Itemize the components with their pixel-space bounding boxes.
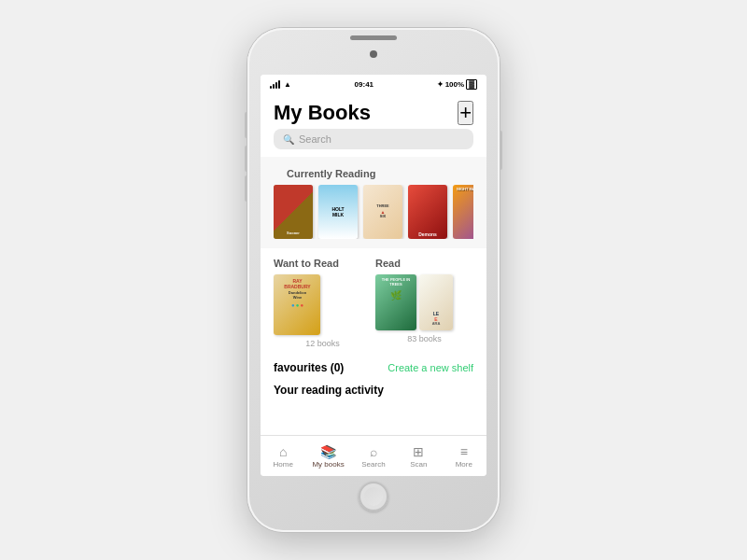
main-content: My Books + 🔍 Search Currently Reading So… — [261, 93, 486, 435]
battery-icon: ▓ — [466, 79, 477, 90]
signal-icon — [270, 80, 280, 89]
book-cover-art-3: THREE ▲ SIX — [363, 185, 402, 239]
scan-icon: ⊞ — [413, 444, 424, 459]
book-cover-art-want-1: RAY BRADBURY Dandelion Wine ● ● ● — [274, 274, 320, 335]
currently-reading-section: Currently Reading Sooner HOLT MILK — [261, 157, 486, 248]
book-holt-milk[interactable]: HOLT MILK — [318, 185, 358, 239]
book-night-manager[interactable]: NIGHT MANAGER — [453, 185, 473, 239]
reading-activity-section: Your reading activity — [261, 380, 486, 404]
currently-reading-row: Sooner HOLT MILK THREE ▲ — [274, 185, 473, 239]
want-to-read-shelf: Want to Read RAY BRADBURY Dandelion Wine… — [274, 258, 372, 348]
shelves-section: Want to Read RAY BRADBURY Dandelion Wine… — [261, 254, 486, 356]
status-right: ✦ 100% ▓ — [437, 79, 477, 90]
home-button[interactable] — [359, 482, 388, 511]
favourites-section: favourites (0) Create a new shelf — [261, 356, 486, 380]
book-cover-art-2: HOLT MILK — [318, 185, 358, 239]
my-books-icon: 📚 — [320, 444, 336, 459]
time-display: 09:41 — [355, 80, 374, 89]
book-sooner[interactable]: Sooner — [274, 185, 313, 239]
currently-reading-title: Currently Reading — [274, 164, 473, 185]
nav-my-books[interactable]: 📚 My books — [310, 444, 347, 469]
search-nav-icon: ⌕ — [370, 444, 377, 459]
nav-home[interactable]: ⌂ Home — [264, 444, 302, 469]
page-title: My Books — [274, 101, 371, 125]
want-to-read-books: RAY BRADBURY Dandelion Wine ● ● ● — [274, 274, 372, 335]
want-to-read-count: 12 books — [274, 339, 372, 348]
search-icon: 🔍 — [283, 134, 294, 145]
add-button[interactable]: + — [458, 101, 473, 125]
nav-home-label: Home — [274, 460, 293, 469]
create-shelf-link[interactable]: Create a new shelf — [388, 362, 473, 373]
read-title: Read — [375, 258, 473, 269]
nav-search-label: Search — [361, 460, 385, 469]
wifi-icon: ▲ — [284, 80, 291, 89]
bottom-nav: ⌂ Home 📚 My books ⌕ Search ⊞ Scan ≡ More — [261, 435, 486, 476]
book-cover-art-5: NIGHT MANAGER — [453, 185, 473, 239]
nav-scan-label: Scan — [410, 460, 427, 469]
page-header: My Books + — [261, 93, 486, 129]
search-bar[interactable]: 🔍 Search — [274, 129, 473, 149]
book-demons[interactable]: Demons — [408, 185, 447, 239]
read-books: THE PEOPLE IN TREES 🌿 LE E ARA — [375, 274, 473, 330]
nav-more[interactable]: ≡ More — [445, 444, 483, 469]
search-placeholder: Search — [299, 133, 331, 145]
speaker — [350, 35, 397, 40]
phone-top-area — [247, 35, 500, 40]
reading-activity-label: Your reading activity — [274, 384, 384, 397]
book-le-ara[interactable]: LE E ARA — [419, 274, 453, 330]
book-cover-art-4: Demons — [408, 185, 447, 239]
front-camera — [370, 50, 377, 58]
phone-frame: ▲ 09:41 ✦ 100% ▓ My Books + 🔍 Search — [247, 28, 500, 532]
want-to-read-title: Want to Read — [274, 258, 372, 269]
book-cover-art-read-2: LE E ARA — [419, 274, 453, 330]
home-icon: ⌂ — [279, 444, 287, 459]
nav-scan[interactable]: ⊞ Scan — [400, 444, 437, 469]
book-cover-art: Sooner — [274, 185, 313, 239]
read-count: 83 books — [375, 334, 473, 343]
favourites-label: favourites (0) — [274, 361, 344, 374]
nav-search[interactable]: ⌕ Search — [355, 444, 392, 469]
nav-more-label: More — [456, 460, 472, 469]
book-dandelion-wine[interactable]: RAY BRADBURY Dandelion Wine ● ● ● — [274, 274, 320, 335]
battery-label: 100% — [445, 80, 464, 89]
read-shelf: Read THE PEOPLE IN TREES 🌿 LE — [375, 258, 473, 348]
bluetooth-icon: ✦ — [437, 80, 444, 89]
status-left: ▲ — [270, 80, 291, 89]
book-cover-art-read-1: THE PEOPLE IN TREES 🌿 — [375, 274, 416, 330]
nav-my-books-label: My books — [312, 460, 344, 469]
book-people-in-trees[interactable]: THE PEOPLE IN TREES 🌿 — [375, 274, 416, 330]
more-icon: ≡ — [460, 444, 468, 459]
phone-screen: ▲ 09:41 ✦ 100% ▓ My Books + 🔍 Search — [261, 75, 486, 476]
book-three-six[interactable]: THREE ▲ SIX — [363, 185, 402, 239]
status-bar: ▲ 09:41 ✦ 100% ▓ — [261, 75, 486, 93]
